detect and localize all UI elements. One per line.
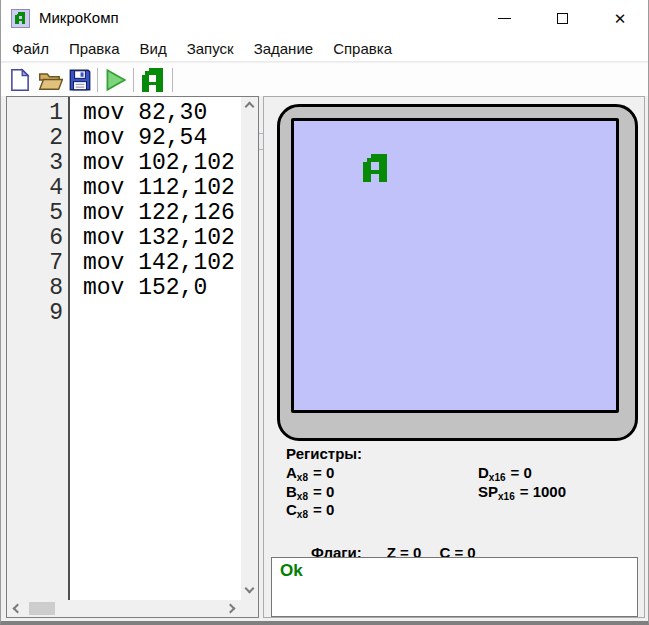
- toolbar-separator: [133, 68, 134, 92]
- code-line[interactable]: 6mov 132,102: [7, 226, 241, 251]
- glyph-pixel: [383, 178, 387, 182]
- close-button[interactable]: ✕: [591, 0, 649, 36]
- virtual-screen: [291, 118, 619, 413]
- register-name: C: [286, 501, 297, 518]
- code-line[interactable]: 7mov 142,102: [7, 251, 241, 276]
- toolbar: [1, 63, 648, 96]
- code-text: mov 122,126: [70, 201, 235, 226]
- line-number: 3: [7, 151, 70, 176]
- machine-panel: Регистры: Ax8= 0 Bx8= 0 Cx8= 0 Dx16= 0 S…: [263, 96, 645, 618]
- vertical-scrollbar[interactable]: [241, 97, 258, 600]
- line-number: 1: [7, 101, 70, 126]
- menu-item[interactable]: Правка: [59, 37, 130, 60]
- line-number: 5: [7, 201, 70, 226]
- save-button[interactable]: [66, 66, 94, 94]
- glyph-pixel: [159, 89, 163, 93]
- code-editor[interactable]: 1mov 82,302mov 92,543mov 102,1024mov 112…: [6, 96, 259, 618]
- open-folder-icon: [37, 67, 63, 93]
- register-value: = 0: [313, 501, 334, 518]
- glyph-pixel: [145, 89, 149, 93]
- code-line[interactable]: 5mov 122,126: [7, 201, 241, 226]
- line-number: 8: [7, 276, 70, 301]
- line-number: 9: [7, 301, 70, 326]
- title-bar: МикроКомп ✕: [1, 0, 648, 36]
- new-file-icon: [7, 67, 33, 93]
- register-sp: SPx16= 1000: [478, 483, 566, 502]
- line-number: 7: [7, 251, 70, 276]
- code-text: mov 82,30: [70, 101, 207, 126]
- assemble-button[interactable]: [138, 66, 166, 94]
- register-value: = 0: [511, 464, 532, 481]
- code-text: mov 152,0: [70, 276, 207, 301]
- register-name: D: [478, 464, 489, 481]
- minimize-icon: [498, 18, 511, 19]
- maximize-button[interactable]: [533, 0, 591, 36]
- menu-bar: ФайлПравкаВидЗапускЗаданиеСправка: [1, 36, 648, 62]
- run-icon: [102, 67, 128, 93]
- menu-item[interactable]: Справка: [323, 37, 402, 60]
- scroll-down-icon[interactable]: [245, 584, 255, 594]
- maximize-icon: [557, 13, 568, 24]
- menu-item[interactable]: Задание: [244, 37, 324, 60]
- register-d: Dx16= 0: [478, 464, 532, 483]
- screen-character-a: [363, 154, 387, 182]
- code-text: mov 102,102: [70, 151, 235, 176]
- register-value: = 0: [313, 483, 334, 500]
- line-number: 4: [7, 176, 70, 201]
- close-icon: ✕: [614, 11, 627, 26]
- horizontal-scrollbar[interactable]: [7, 600, 241, 617]
- register-width: x16: [489, 472, 506, 483]
- scrollbar-corner: [241, 600, 258, 617]
- code-text: mov 92,54: [70, 126, 207, 151]
- code-line[interactable]: 9: [7, 301, 241, 326]
- code-text: mov 142,102: [70, 251, 235, 276]
- code-text: mov 112,102: [70, 176, 235, 201]
- register-name: B: [286, 483, 297, 500]
- scroll-left-icon[interactable]: [13, 604, 23, 614]
- scroll-up-icon[interactable]: [245, 102, 255, 112]
- code-line[interactable]: 4mov 112,102: [7, 176, 241, 201]
- glyph-pixel: [24, 22, 26, 24]
- menu-item[interactable]: Файл: [2, 37, 59, 60]
- glyph-pixel: [367, 178, 371, 182]
- code-line[interactable]: 3mov 102,102: [7, 151, 241, 176]
- register-value: = 0: [313, 464, 334, 481]
- scroll-right-icon[interactable]: [226, 604, 236, 614]
- toolbar-separator: [97, 68, 98, 92]
- status-message: Ok: [280, 561, 629, 581]
- register-name: A: [286, 464, 297, 481]
- open-file-button[interactable]: [36, 66, 64, 94]
- code-line[interactable]: 8mov 152,0: [7, 276, 241, 301]
- register-name: SP: [478, 483, 498, 500]
- assemble-a-icon: [142, 68, 163, 93]
- pixel-a-icon: [15, 12, 25, 24]
- line-number: 6: [7, 226, 70, 251]
- line-number: 2: [7, 126, 70, 151]
- app-window: МикроКомп ✕ ФайлПравкаВидЗапускЗаданиеСп…: [0, 0, 649, 625]
- menu-item[interactable]: Запуск: [177, 37, 244, 60]
- window-title: МикроКомп: [39, 9, 119, 26]
- app-icon: [11, 9, 30, 28]
- code-text: mov 132,102: [70, 226, 235, 251]
- register-value: = 1000: [520, 483, 566, 500]
- code-line[interactable]: 1mov 82,30: [7, 101, 241, 126]
- menu-item[interactable]: Вид: [130, 37, 177, 60]
- save-icon: [67, 67, 93, 93]
- run-button[interactable]: [101, 66, 129, 94]
- code-line[interactable]: 2mov 92,54: [7, 126, 241, 151]
- registers-heading: Регистры:: [286, 445, 362, 462]
- code-text: [70, 301, 83, 326]
- code-lines[interactable]: 1mov 82,302mov 92,543mov 102,1024mov 112…: [7, 101, 241, 600]
- register-c: Cx8= 0: [286, 501, 334, 520]
- register-width: x16: [498, 491, 515, 502]
- toolbar-separator: [172, 68, 173, 92]
- register-b: Bx8= 0: [286, 483, 334, 502]
- new-file-button[interactable]: [6, 66, 34, 94]
- glyph-pixel: [17, 22, 19, 24]
- minimize-button[interactable]: [475, 0, 533, 36]
- virtual-monitor: [277, 104, 638, 441]
- horizontal-scroll-thumb[interactable]: [29, 602, 55, 615]
- register-width: x8: [297, 509, 308, 520]
- status-output-box: Ok: [271, 557, 638, 617]
- register-a: Ax8= 0: [286, 464, 334, 483]
